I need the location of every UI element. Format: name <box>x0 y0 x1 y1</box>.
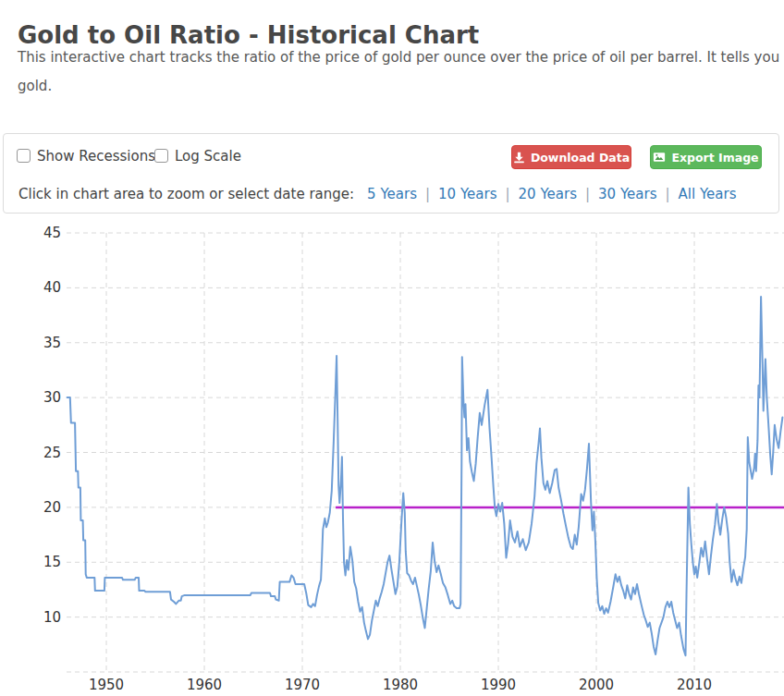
x-axis-tick-label: 1950 <box>89 677 124 693</box>
x-axis-tick-label: 1970 <box>285 677 320 693</box>
ratio-chart-svg[interactable]: 4540353025201510195019601970198019902000… <box>0 214 784 696</box>
y-axis-tick-label: 45 <box>43 225 61 241</box>
description-line-1: This interactive chart tracks the ratio … <box>18 43 784 72</box>
show-recessions-checkbox[interactable] <box>17 149 31 163</box>
range-separator: | <box>585 186 590 202</box>
y-axis-tick-label: 10 <box>43 609 61 626</box>
y-axis-tick-label: 35 <box>43 335 61 351</box>
x-axis-tick-label: 1960 <box>187 677 222 693</box>
range-link-all-years[interactable]: All Years <box>679 186 737 202</box>
export-image-button[interactable]: Export Image <box>650 145 762 169</box>
y-axis-tick-label: 20 <box>43 499 61 516</box>
description-line-2: gold. <box>18 72 784 101</box>
log-scale-label: Log Scale <box>175 148 241 165</box>
zoom-prompt: Click in chart area to zoom or select da… <box>18 186 354 202</box>
log-scale-checkbox[interactable] <box>154 149 168 163</box>
x-axis-tick-label: 2010 <box>677 677 712 693</box>
y-axis-tick-label: 15 <box>43 554 61 570</box>
export-image-label: Export Image <box>671 151 758 165</box>
image-icon <box>653 151 666 164</box>
show-recessions-label: Show Recessions <box>37 148 155 165</box>
chart-area[interactable]: 4540353025201510195019601970198019902000… <box>0 214 784 696</box>
x-axis-tick-label: 1980 <box>383 677 418 693</box>
range-separator: | <box>665 186 669 202</box>
date-range-row: Click in chart area to zoom or select da… <box>18 186 736 202</box>
range-link-30-years[interactable]: 30 Years <box>598 186 656 202</box>
x-axis-tick-label: 2000 <box>579 677 614 693</box>
download-icon <box>513 152 525 164</box>
range-separator: | <box>505 186 509 202</box>
range-link-5-years[interactable]: 5 Years <box>367 186 417 202</box>
range-separator: | <box>425 186 430 202</box>
range-link-10-years[interactable]: 10 Years <box>438 186 496 202</box>
chart-description: This interactive chart tracks the ratio … <box>18 43 784 101</box>
y-axis-tick-label: 25 <box>43 445 61 461</box>
ratio-line-series <box>67 297 783 655</box>
download-data-label: Download Data <box>531 151 630 165</box>
y-axis-tick-label: 40 <box>43 279 61 296</box>
range-link-20-years[interactable]: 20 Years <box>519 186 577 202</box>
download-data-button[interactable]: Download Data <box>511 145 631 169</box>
y-axis-tick-label: 30 <box>43 389 61 406</box>
chart-toolbar-panel: Show Recessions Log Scale Download Data … <box>3 133 779 214</box>
x-axis-tick-label: 1990 <box>481 677 516 693</box>
